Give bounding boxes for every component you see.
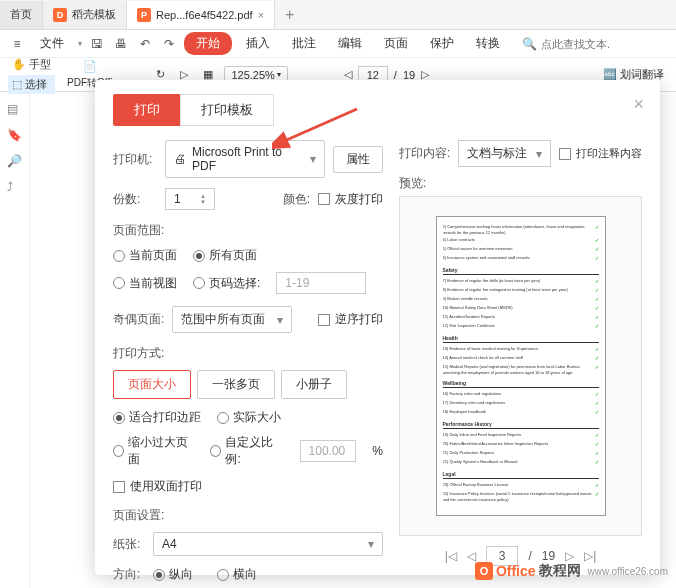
page-range-input[interactable]: 1-19 (276, 272, 366, 294)
chevron-down-icon: ▾ (310, 152, 316, 166)
current-page-label: 当前页面 (129, 247, 177, 264)
dialog-tab-template[interactable]: 打印模板 (180, 94, 274, 126)
watermark: O Office 教程网 www.office26.com (475, 562, 668, 580)
dialog-tab-print[interactable]: 打印 (113, 94, 181, 126)
radio-landscape[interactable]: 横向 (217, 566, 257, 583)
chevron-down-icon: ▾ (277, 70, 281, 79)
copies-value: 1 (174, 192, 181, 206)
watermark-url: www.office26.com (588, 566, 668, 577)
duplex-label: 使用双面打印 (130, 478, 202, 495)
fit-margin-label: 适合打印边距 (129, 409, 201, 426)
page-total: 19 (403, 69, 415, 81)
radio-icon (153, 569, 165, 581)
preview-first-icon[interactable]: |◁ (445, 549, 457, 563)
landscape-label: 横向 (233, 566, 257, 583)
tool-hand[interactable]: ✋ 手型 (8, 55, 55, 74)
radio-current-page[interactable]: 当前页面 (113, 247, 177, 264)
radio-icon (210, 445, 221, 457)
menu-insert[interactable]: 插入 (238, 31, 278, 56)
page-sep: / (394, 69, 397, 81)
chevron-down-icon: ▾ (277, 313, 283, 327)
radio-custom-scale[interactable]: 自定义比例: (210, 434, 283, 468)
radio-all-pages[interactable]: 所有页面 (193, 247, 257, 264)
watermark-badge-icon: O (475, 562, 493, 580)
portrait-label: 纵向 (169, 566, 193, 583)
checkbox-icon (559, 148, 571, 160)
annotations-checkbox[interactable]: 打印注释内容 (559, 146, 642, 161)
reverse-checkbox[interactable]: 逆序打印 (318, 311, 383, 328)
tab-pdf-file[interactable]: P Rep...f6e4f5422.pdf × (127, 1, 275, 29)
radio-icon (113, 277, 125, 289)
sidebar-share-icon[interactable]: ⤴ (7, 180, 23, 196)
paper-label: 纸张: (113, 536, 145, 553)
orientation-label: 方向: (113, 566, 145, 583)
content-select[interactable]: 文档与标注 ▾ (458, 140, 551, 167)
seg-booklet[interactable]: 小册子 (281, 370, 347, 399)
range-header: 页面范围: (113, 222, 383, 239)
odd-even-select[interactable]: 范围中所有页面 ▾ (172, 306, 292, 333)
seg-multi-page[interactable]: 一张多页 (197, 370, 275, 399)
menu-convert[interactable]: 转换 (468, 31, 508, 56)
grayscale-checkbox[interactable]: 灰度打印 (318, 191, 383, 208)
menu-start[interactable]: 开始 (184, 32, 232, 55)
preview-last-icon[interactable]: ▷| (584, 549, 596, 563)
tool-hand-label: 手型 (29, 57, 51, 72)
paper-select[interactable]: A4 ▾ (153, 532, 383, 556)
menu-page[interactable]: 页面 (376, 31, 416, 56)
redo-icon[interactable]: ↷ (160, 35, 178, 53)
duplex-checkbox[interactable]: 使用双面打印 (113, 478, 383, 495)
radio-portrait[interactable]: 纵向 (153, 566, 193, 583)
radio-shrink[interactable]: 缩小过大页面 (113, 434, 194, 468)
cursor-icon: ⬚ (12, 78, 22, 91)
menu-annotate[interactable]: 批注 (284, 31, 324, 56)
hand-icon: ✋ (12, 58, 26, 71)
pdf-icon: P (137, 8, 151, 22)
menu-protect[interactable]: 保护 (422, 31, 462, 56)
copies-input[interactable]: 1 ▲▼ (165, 188, 215, 210)
radio-page-select[interactable]: 页码选择: (193, 275, 260, 292)
dialog-close-button[interactable]: × (633, 94, 644, 115)
preview-label: 预览: (399, 175, 642, 192)
scale-input[interactable]: 100.00 (300, 440, 357, 462)
menu-file[interactable]: 文件 (32, 31, 72, 56)
save-icon[interactable]: 🖫 (88, 35, 106, 53)
page-select-label: 页码选择: (209, 275, 260, 292)
radio-icon (193, 250, 205, 262)
search-box[interactable]: 🔍 (522, 37, 611, 51)
close-icon[interactable]: × (258, 9, 264, 21)
print-icon[interactable]: 🖶 (112, 35, 130, 53)
checkbox-icon (113, 481, 125, 493)
properties-button[interactable]: 属性 (333, 146, 383, 173)
sidebar-thumbnails-icon[interactable]: ▤ (7, 102, 23, 118)
printer-label: 打印机: (113, 151, 157, 168)
tab-home[interactable]: 首页 (0, 1, 43, 29)
tab-add-button[interactable]: + (275, 6, 304, 24)
printer-select[interactable]: 🖨 Microsoft Print to PDF ▾ (165, 140, 325, 178)
preview-next-icon[interactable]: ▷ (565, 549, 574, 563)
odd-even-value: 范围中所有页面 (181, 311, 265, 328)
all-pages-label: 所有页面 (209, 247, 257, 264)
radio-fit-margin[interactable]: 适合打印边距 (113, 409, 201, 426)
radio-actual-size[interactable]: 实际大小 (217, 409, 281, 426)
chevron-down-icon: ▾ (78, 39, 82, 48)
menu-edit[interactable]: 编辑 (330, 31, 370, 56)
search-icon: 🔍 (522, 37, 537, 51)
tab-template[interactable]: D 稻壳模板 (43, 1, 127, 29)
preview-prev-icon[interactable]: ◁ (467, 549, 476, 563)
seg-page-size[interactable]: 页面大小 (113, 370, 191, 399)
printer-icon: 🖨 (174, 152, 186, 166)
undo-icon[interactable]: ↶ (136, 35, 154, 53)
content-value: 文档与标注 (467, 145, 527, 162)
radio-current-view[interactable]: 当前视图 (113, 275, 177, 292)
sidebar-bookmark-icon[interactable]: 🔖 (7, 128, 23, 144)
search-input[interactable] (541, 38, 611, 50)
actual-size-label: 实际大小 (233, 409, 281, 426)
radio-icon (113, 250, 125, 262)
grayscale-label: 灰度打印 (335, 191, 383, 208)
menu-icon[interactable]: ≡ (8, 35, 26, 53)
zoom-value: 125.25% (231, 69, 274, 81)
docer-icon: D (53, 8, 67, 22)
radio-icon (217, 412, 229, 424)
printer-value: Microsoft Print to PDF (192, 145, 304, 173)
sidebar-search-icon[interactable]: 🔎 (7, 154, 23, 170)
